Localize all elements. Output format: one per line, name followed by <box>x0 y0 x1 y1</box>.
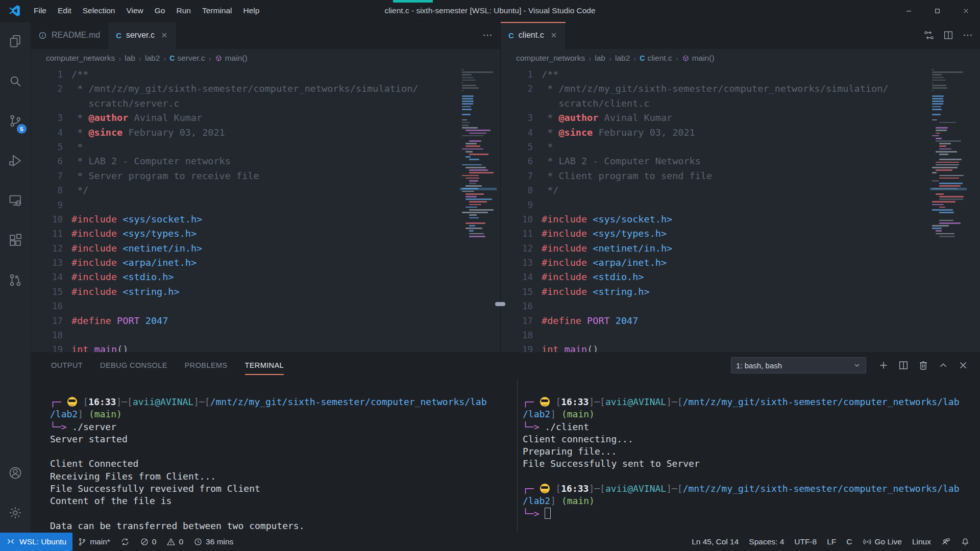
minimap[interactable] <box>462 68 495 350</box>
activity-item-github-pr[interactable] <box>0 260 31 300</box>
terminal-row: File Successfully reveived from Client <box>50 483 517 495</box>
status-label: LF <box>827 537 836 546</box>
scrollbar-thumb[interactable] <box>495 302 505 306</box>
activity-item-remote-explorer[interactable] <box>0 181 31 220</box>
warning-icon <box>166 537 176 546</box>
split-terminal-icon[interactable] <box>898 360 909 371</box>
close-panel-icon[interactable] <box>958 360 969 371</box>
close-tab-icon[interactable] <box>160 31 168 39</box>
settings-gear-icon <box>8 506 22 520</box>
breadcrumb-item[interactable]: lab <box>595 54 605 63</box>
breadcrumb-item[interactable]: lab <box>125 54 135 63</box>
close-window-button[interactable] <box>951 0 980 21</box>
status-utf-8[interactable]: UTF-8 <box>789 533 822 551</box>
code-area[interactable]: 1/**2 * /mnt/z/my_git/sixth-semester/com… <box>501 67 980 352</box>
status-go-live[interactable]: Go Live <box>857 533 907 551</box>
status-main-[interactable]: main* <box>72 533 115 551</box>
code-row: 15#include <string.h> <box>501 285 940 299</box>
breadcrumb-item[interactable]: computer_networks <box>516 54 585 63</box>
status-feedback[interactable] <box>936 533 955 551</box>
status-linux[interactable]: Linux <box>907 533 936 551</box>
code-text: #include <arpa/inet.h> <box>63 256 197 270</box>
activity-item-search[interactable] <box>0 61 31 101</box>
status-spaces-4[interactable]: Spaces: 4 <box>744 533 789 551</box>
breadcrumb-item[interactable]: lab2 <box>145 54 160 63</box>
menu-item-terminal[interactable]: Terminal <box>197 0 238 21</box>
breadcrumb-separator: › <box>139 54 141 63</box>
terminal-left[interactable]: ┌─ [16:33]─[avii@AVINAL]─[/mnt/z/my_git/… <box>31 379 517 533</box>
maximize-panel-icon[interactable] <box>938 360 949 371</box>
status-lf[interactable]: LF <box>822 533 841 551</box>
activity-item-settings-gear[interactable] <box>0 493 31 533</box>
more-icon[interactable] <box>962 30 973 41</box>
menu-item-view[interactable]: View <box>120 0 149 21</box>
tab-client.c[interactable]: Cclient.c <box>501 21 566 49</box>
breadcrumb-item[interactable]: main() <box>682 54 715 63</box>
line-number: 18 <box>501 328 533 342</box>
breadcrumb-item[interactable]: computer_networks <box>46 54 115 63</box>
panel-tab-debug-console[interactable]: DEBUG CONSOLE <box>100 352 167 379</box>
status-sync[interactable] <box>115 533 135 551</box>
line-number: 6 <box>31 154 63 168</box>
status-0[interactable]: 0 <box>135 533 162 551</box>
maximize-button[interactable] <box>923 0 951 21</box>
status-wsl-ubuntu[interactable]: WSL: Ubuntu <box>0 533 72 551</box>
breadcrumb-item[interactable]: Cclient.c <box>640 54 672 63</box>
breadcrumb-item[interactable]: lab2 <box>615 54 630 63</box>
code-text: #include <netinet/in.h> <box>63 241 202 256</box>
menu-item-selection[interactable]: Selection <box>77 0 121 21</box>
breadcrumb-item[interactable]: Cserver.c <box>169 54 205 63</box>
code-row: 17#define PORT 2047 <box>31 314 459 328</box>
status-c[interactable]: C <box>841 533 857 551</box>
compare-icon[interactable] <box>923 30 935 41</box>
status-label: 0 <box>179 537 183 546</box>
maximize-icon <box>934 7 941 15</box>
menu-item-go[interactable]: Go <box>149 0 171 21</box>
panel-header: OUTPUTDEBUG CONSOLEPROBLEMSTERMINAL 1: b… <box>31 352 980 379</box>
status-36-mins[interactable]: 36 mins <box>188 533 238 551</box>
activity-item-extensions[interactable] <box>0 220 31 260</box>
terminal-select[interactable]: 1: bash, bash <box>731 357 866 373</box>
menu-item-help[interactable]: Help <box>238 0 265 21</box>
breadcrumb-item[interactable]: main() <box>215 54 248 63</box>
activity-item-account[interactable] <box>0 453 31 493</box>
menu-item-run[interactable]: Run <box>170 0 196 21</box>
code-text: #include <stdio.h> <box>533 270 644 284</box>
activity-item-explorer[interactable] <box>0 21 31 61</box>
code-area[interactable]: 1/**2 * /mnt/z/my_git/sixth-semester/com… <box>31 67 500 352</box>
line-number: 18 <box>31 328 63 342</box>
code-row: 6 * LAB 2 - Computer Networks <box>501 154 940 168</box>
code-lines: 1/**2 * /mnt/z/my_git/sixth-semester/com… <box>31 67 459 352</box>
tab-bar: README.mdCserver.c <box>31 21 500 49</box>
line-number: 10 <box>501 212 533 227</box>
breadcrumb-label: computer_networks <box>516 54 585 63</box>
line-number: 6 <box>501 154 533 168</box>
code-row: 17#define PORT 2047 <box>501 314 940 328</box>
activity-item-source-control[interactable]: 5 <box>0 101 31 141</box>
cube-icon <box>682 55 690 62</box>
panel-tab-problems[interactable]: PROBLEMS <box>185 352 228 379</box>
broadcast-icon <box>863 537 872 546</box>
minimize-button[interactable] <box>894 0 923 21</box>
menu-item-file[interactable]: File <box>28 0 52 21</box>
line-number: 8 <box>501 183 533 197</box>
more-icon[interactable] <box>482 30 493 41</box>
panel-tab-terminal[interactable]: TERMINAL <box>245 352 284 379</box>
status-ln-45-col-14[interactable]: Ln 45, Col 14 <box>687 533 744 551</box>
close-tab-icon[interactable] <box>550 31 558 39</box>
breadcrumb-separator: › <box>633 54 636 63</box>
menu-item-edit[interactable]: Edit <box>52 0 77 21</box>
kill-terminal-icon[interactable] <box>918 360 929 371</box>
split-editor-icon[interactable] <box>943 30 954 41</box>
line-number: 11 <box>501 227 533 241</box>
minimap[interactable] <box>932 68 965 350</box>
status-0[interactable]: 0 <box>161 533 188 551</box>
terminal-row: Receiving Files from Client... <box>50 470 517 483</box>
activity-item-run-debug[interactable] <box>0 141 31 181</box>
panel-tab-output[interactable]: OUTPUT <box>51 352 83 379</box>
tab-server.c[interactable]: Cserver.c <box>108 21 177 49</box>
new-terminal-icon[interactable] <box>878 360 889 371</box>
status-bell[interactable] <box>955 533 975 551</box>
tab-README.md[interactable]: README.md <box>31 21 108 49</box>
terminal-right[interactable]: ┌─ [16:33]─[avii@AVINAL]─[/mnt/z/my_git/… <box>517 379 980 533</box>
